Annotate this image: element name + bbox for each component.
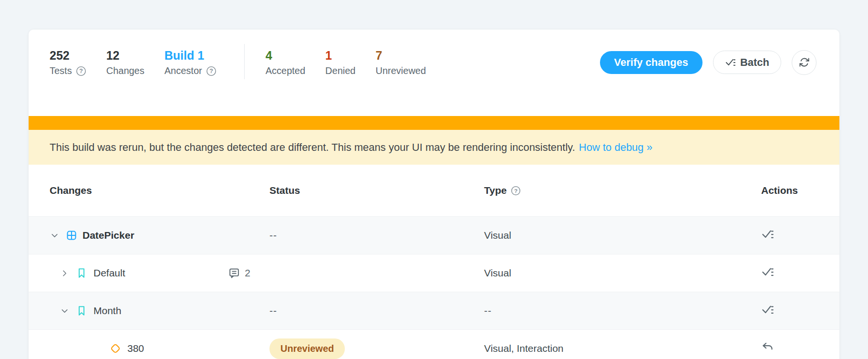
- story-name: Default: [93, 267, 125, 279]
- accepted-label: Accepted: [266, 65, 305, 76]
- type-value: --: [484, 305, 492, 316]
- column-header-type: Type: [484, 185, 506, 196]
- table-header: Changes Status Type Actions: [29, 165, 839, 216]
- stats-bar: 252 Tests 12 Changes Build 1 Ancestor 4 …: [29, 30, 839, 116]
- undo-icon[interactable]: [761, 341, 774, 354]
- column-header-status: Status: [269, 185, 300, 196]
- comment-count-group[interactable]: 2: [228, 267, 250, 279]
- unreviewed-label: Unreviewed: [375, 65, 426, 76]
- unreviewed-count: 7: [375, 48, 426, 63]
- stat-tests: 252 Tests: [50, 48, 86, 76]
- column-header-actions: Actions: [761, 185, 798, 196]
- type-value: Visual: [484, 230, 511, 241]
- stat-changes: 12 Changes: [106, 48, 145, 76]
- type-value: Visual, Interaction: [484, 343, 564, 354]
- changes-count: 12: [106, 48, 145, 63]
- status-value: --: [269, 305, 277, 316]
- ancestor-build-link[interactable]: Build 1: [165, 48, 217, 63]
- tests-count: 252: [50, 48, 86, 63]
- table-row-component-datepicker[interactable]: DatePicker -- Visual: [29, 216, 839, 254]
- help-icon[interactable]: [76, 66, 86, 76]
- help-icon[interactable]: [511, 186, 521, 196]
- chevron-down-icon[interactable]: [50, 231, 60, 241]
- chevron-down-icon[interactable]: [60, 306, 70, 316]
- warning-strip: [29, 116, 839, 130]
- stats-divider: [244, 44, 245, 79]
- denied-label: Denied: [325, 65, 355, 76]
- batch-accept-icon[interactable]: [761, 265, 774, 278]
- table-row-test-380[interactable]: 380 Unreviewed Visual, Interaction: [29, 329, 839, 359]
- batch-accept-icon[interactable]: [761, 228, 774, 241]
- banner-message: This build was rerun, but the changes de…: [50, 141, 575, 154]
- accepted-count: 4: [266, 48, 305, 63]
- stat-unreviewed: 7 Unreviewed: [375, 48, 426, 76]
- toolbar: Verify changes Batch: [600, 50, 816, 75]
- column-header-changes: Changes: [50, 185, 92, 196]
- table-row-story-month[interactable]: Month -- --: [29, 292, 839, 329]
- story-name: Month: [93, 305, 121, 317]
- stat-ancestor-build: Build 1 Ancestor: [165, 48, 217, 76]
- batch-button[interactable]: Batch: [713, 51, 781, 74]
- viewport-diamond-icon: [110, 343, 121, 354]
- test-name: 380: [127, 343, 144, 354]
- verify-changes-button[interactable]: Verify changes: [600, 51, 703, 74]
- unreviewed-status-badge: Unreviewed: [269, 338, 345, 359]
- status-value: --: [269, 230, 277, 241]
- type-value: Visual: [484, 267, 511, 278]
- how-to-debug-link[interactable]: How to debug »: [579, 141, 652, 154]
- rerun-warning-banner: This build was rerun, but the changes de…: [29, 130, 839, 165]
- chevron-right-icon[interactable]: [60, 268, 70, 278]
- comment-icon: [228, 267, 240, 279]
- stat-denied: 1 Denied: [325, 48, 355, 76]
- story-bookmark-icon: [76, 267, 87, 279]
- tests-label: Tests: [50, 65, 72, 76]
- table-row-story-default[interactable]: Default 2 Visual: [29, 254, 839, 292]
- batch-accept-icon[interactable]: [761, 303, 774, 316]
- batch-accept-icon: [725, 57, 736, 68]
- sync-icon: [799, 57, 810, 68]
- build-summary-card: 252 Tests 12 Changes Build 1 Ancestor 4 …: [29, 30, 839, 359]
- comment-count: 2: [245, 267, 250, 279]
- changes-label: Changes: [106, 65, 145, 76]
- ancestor-label: Ancestor: [165, 65, 202, 76]
- component-icon: [66, 230, 77, 241]
- rerun-build-button[interactable]: [792, 50, 816, 75]
- component-name: DatePicker: [83, 230, 134, 241]
- stat-accepted: 4 Accepted: [266, 48, 305, 76]
- story-bookmark-icon: [76, 305, 87, 317]
- denied-count: 1: [325, 48, 355, 63]
- batch-button-label: Batch: [740, 57, 769, 68]
- help-icon[interactable]: [206, 66, 217, 76]
